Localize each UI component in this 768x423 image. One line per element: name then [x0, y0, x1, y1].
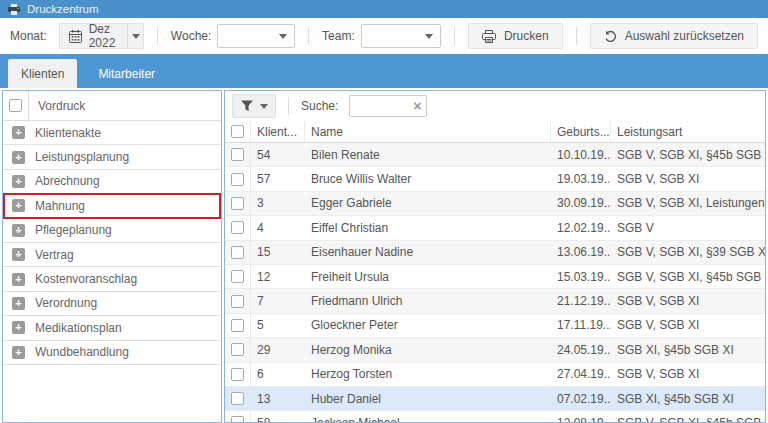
cell-geburtsdatum: 07.02.19... [551, 387, 611, 410]
tab-bar: KlientenMitarbeiter [0, 54, 768, 88]
sidebar-item-kostenvoranschlag[interactable]: + Kostenvoranschlag [3, 267, 221, 291]
cell-klient-nr: 15 [251, 241, 305, 264]
sidebar-item-mahnung[interactable]: + Mahnung [3, 194, 221, 218]
team-select[interactable] [361, 24, 441, 48]
vordruck-label: Vordruck [29, 91, 85, 120]
table-row[interactable]: 57 Bruce Willis Walter 19.03.19... SGB V… [225, 167, 765, 191]
clear-search-icon[interactable]: × [413, 99, 426, 114]
expand-plus-icon[interactable]: + [12, 321, 25, 334]
cell-name: Bruce Willis Walter [305, 167, 551, 190]
cell-geburtsdatum: 15.03.19... [551, 265, 611, 288]
sidebar-item-label: Abrechnung [35, 174, 100, 188]
toolbar-separator [454, 27, 455, 45]
month-dropdown-button[interactable] [127, 23, 143, 49]
sidebar-item-verordnung[interactable]: + Verordnung [3, 292, 221, 316]
sidebar-item-medikationsplan[interactable]: + Medikationsplan [3, 316, 221, 340]
table-row[interactable]: 4 Eiffel Christian 12.02.19... SGB V [225, 216, 765, 240]
cell-name: Huber Daniel [305, 387, 551, 410]
sidebar-item-label: Medikationsplan [35, 321, 122, 335]
cell-geburtsdatum: 12.02.19... [551, 216, 611, 239]
toolbar-separator [157, 27, 158, 45]
month-picker[interactable]: Dez 2022 [59, 23, 128, 49]
cell-name: Friedmann Ulrich [305, 289, 551, 312]
row-checkbox[interactable] [231, 173, 244, 186]
search-input[interactable] [350, 99, 413, 113]
expand-plus-icon[interactable]: + [12, 126, 25, 139]
search-label: Suche: [301, 99, 338, 113]
cell-geburtsdatum: 12.08.19... [551, 411, 611, 422]
expand-plus-icon[interactable]: + [12, 224, 25, 237]
month-label: Monat: [10, 29, 47, 43]
expand-plus-icon[interactable]: + [12, 151, 25, 164]
sidebar-item-label: Klientenakte [35, 126, 101, 140]
select-all-rows-checkbox[interactable] [231, 125, 244, 138]
cell-klient-nr: 57 [251, 167, 305, 190]
row-checkbox[interactable] [231, 343, 244, 356]
expand-plus-icon[interactable]: + [12, 273, 25, 286]
print-button[interactable]: Drucken [468, 23, 563, 49]
table-row[interactable]: 54 Bilen Renate 10.10.19... SGB V, SGB X… [225, 143, 765, 167]
sidebar-item-label: Verordnung [35, 296, 97, 310]
table-row[interactable]: 6 Herzog Torsten 27.04.19... SGB V, SGB … [225, 363, 765, 387]
cell-klient-nr: 12 [251, 265, 305, 288]
cell-geburtsdatum: 17.11.19... [551, 314, 611, 337]
table-row[interactable]: 7 Friedmann Ulrich 21.12.19... SGB V, SG… [225, 289, 765, 313]
expand-plus-icon[interactable]: + [12, 199, 25, 212]
filter-button[interactable] [232, 94, 276, 118]
row-checkbox[interactable] [231, 246, 244, 259]
sidebar-item-klientenakte[interactable]: + Klientenakte [3, 121, 221, 145]
tab-klienten[interactable]: Klienten [8, 59, 77, 88]
clients-grid-panel: Suche: × Klient... Name Geburts... Leist… [224, 90, 766, 423]
tab-mitarbeiter[interactable]: Mitarbeiter [85, 59, 168, 88]
select-all-documents-checkbox[interactable] [9, 99, 22, 112]
vordruck-header-row: Vordruck [3, 91, 221, 121]
row-checkbox[interactable] [231, 270, 244, 283]
table-row[interactable]: 5 Gloeckner Peter 17.11.19... SGB V, SGB… [225, 314, 765, 338]
table-row[interactable]: 13 Huber Daniel 07.02.19... SGB XI, §45b… [225, 387, 765, 411]
sidebar-item-label: Mahnung [35, 199, 85, 213]
cell-leistungsart: SGB V, SGB XI, §45b SGB XI [611, 411, 765, 422]
column-header-klient-nr[interactable]: Klient... [251, 121, 305, 142]
sidebar-item-vertrag[interactable]: + Vertrag [3, 243, 221, 267]
sidebar-item-label: Pflegeplanung [35, 223, 112, 237]
cell-geburtsdatum: 27.04.19... [551, 363, 611, 386]
sidebar-item-leistungsplanung[interactable]: + Leistungsplanung [3, 145, 221, 169]
row-checkbox[interactable] [231, 148, 244, 161]
table-row[interactable]: 12 Freiheit Ursula 15.03.19... SGB V, SG… [225, 265, 765, 289]
row-checkbox[interactable] [231, 392, 244, 405]
reset-selection-button[interactable]: Auswahl zurücksetzen [590, 23, 758, 49]
table-row[interactable]: 15 Eisenhauer Nadine 13.06.19... SGB V, … [225, 241, 765, 265]
sidebar-item-abrechnung[interactable]: + Abrechnung [3, 170, 221, 194]
sidebar-item-wundbehandlung[interactable]: + Wundbehandlung [3, 341, 221, 365]
column-header-name[interactable]: Name [305, 121, 551, 142]
column-header-leistungsart[interactable]: Leistungsart [611, 121, 765, 142]
week-select[interactable] [217, 24, 295, 48]
column-header-geburtsdatum[interactable]: Geburts... [551, 121, 611, 142]
sidebar-item-pflegeplanung[interactable]: + Pflegeplanung [3, 219, 221, 243]
table-row[interactable]: 58 Jackson Michael 12.08.19... SGB V, SG… [225, 411, 765, 422]
expand-plus-icon[interactable]: + [12, 346, 25, 359]
chevron-down-icon [425, 34, 433, 39]
week-label: Woche: [171, 29, 211, 43]
table-row[interactable]: 29 Herzog Monika 24.05.19... SGB XI, §45… [225, 338, 765, 362]
row-checkbox[interactable] [231, 295, 244, 308]
reset-icon [604, 30, 617, 43]
cell-name: Bilen Renate [305, 143, 551, 166]
expand-plus-icon[interactable]: + [12, 248, 25, 261]
app-printer-icon [8, 4, 20, 15]
cell-name: Eisenhauer Nadine [305, 241, 551, 264]
cell-leistungsart: SGB V [611, 216, 765, 239]
toolbar-separator [576, 27, 577, 45]
row-checkbox[interactable] [231, 319, 244, 332]
expand-plus-icon[interactable]: + [12, 175, 25, 188]
row-checkbox[interactable] [231, 221, 244, 234]
cell-klient-nr: 7 [251, 289, 305, 312]
printer-icon [482, 30, 496, 43]
expand-plus-icon[interactable]: + [12, 297, 25, 310]
table-row[interactable]: 3 Egger Gabriele 30.09.19... SGB V, SGB … [225, 192, 765, 216]
row-checkbox[interactable] [231, 368, 244, 381]
row-checkbox[interactable] [231, 197, 244, 210]
cell-geburtsdatum: 24.05.19... [551, 338, 611, 361]
row-checkbox[interactable] [231, 416, 244, 422]
team-label: Team: [322, 29, 355, 43]
